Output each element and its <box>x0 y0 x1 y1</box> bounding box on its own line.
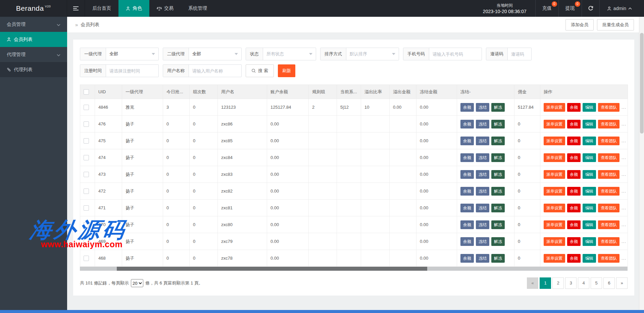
edit-button[interactable]: 编辑 <box>583 137 596 145</box>
view-team-button[interactable]: 查看团队 <box>598 153 620 162</box>
balance-button[interactable]: 余额 <box>567 220 581 229</box>
pagination-page-6[interactable]: 6 <box>603 277 615 289</box>
more-actions[interactable]: ... <box>622 239 626 244</box>
balance-button[interactable]: 余额 <box>460 137 474 145</box>
more-actions[interactable]: ... <box>622 172 626 177</box>
freeze-button[interactable]: 冻结 <box>476 170 489 179</box>
freeze-button[interactable]: 冻结 <box>476 187 489 196</box>
freeze-button[interactable]: 冻结 <box>476 204 489 212</box>
balance-button[interactable]: 余额 <box>567 120 581 128</box>
balance-button[interactable]: 余额 <box>567 237 581 246</box>
freeze-button[interactable]: 冻结 <box>476 103 489 112</box>
edit-button[interactable]: 编辑 <box>583 187 596 196</box>
row-checkbox[interactable] <box>84 155 89 160</box>
view-team-button[interactable]: 查看团队 <box>598 220 620 229</box>
row-checkbox[interactable] <box>84 105 89 110</box>
view-team-button[interactable]: 查看团队 <box>598 170 620 179</box>
unfreeze-button[interactable]: 解冻 <box>491 204 505 212</box>
pagination-page-3[interactable]: 3 <box>565 277 577 289</box>
more-actions[interactable]: ... <box>622 222 626 227</box>
sidebar-item-member-management[interactable]: 会员管理 <box>0 17 67 32</box>
sidebar-item-agent-list[interactable]: 代理列表 <box>0 62 67 77</box>
more-actions[interactable]: ... <box>622 121 626 126</box>
balance-button[interactable]: 余额 <box>460 187 474 196</box>
nav-item-system[interactable]: 系统管理 <box>181 0 214 17</box>
pagination-page-1[interactable]: 1 <box>540 277 551 289</box>
dispatch-settings-button[interactable]: 派单设置 <box>544 137 565 145</box>
more-actions[interactable]: ... <box>622 105 626 110</box>
agent-level1-select[interactable]: 全部 <box>106 48 152 60</box>
view-team-button[interactable]: 查看团队 <box>598 103 620 112</box>
pagination-prev[interactable]: « <box>527 277 538 289</box>
balance-button[interactable]: 余额 <box>460 220 474 229</box>
sidebar-item-member-list[interactable]: 会员列表 <box>0 32 67 47</box>
view-team-button[interactable]: 查看团队 <box>598 254 620 263</box>
more-actions[interactable]: ... <box>622 155 626 160</box>
phone-input[interactable] <box>429 48 482 60</box>
dispatch-settings-button[interactable]: 派单设置 <box>544 254 565 263</box>
select-all-checkbox[interactable] <box>84 89 89 95</box>
view-team-button[interactable]: 查看团队 <box>598 237 620 246</box>
horizontal-scrollbar[interactable] <box>80 267 628 271</box>
register-time-input[interactable] <box>106 65 158 77</box>
edit-button[interactable]: 编辑 <box>583 120 596 128</box>
balance-button[interactable]: 余额 <box>567 254 581 263</box>
row-checkbox[interactable] <box>84 222 89 227</box>
pagination-page-5[interactable]: 5 <box>591 277 602 289</box>
edit-button[interactable]: 编辑 <box>583 220 596 229</box>
dispatch-settings-button[interactable]: 派单设置 <box>544 153 565 162</box>
edit-button[interactable]: 编辑 <box>583 170 596 179</box>
row-checkbox[interactable] <box>84 121 89 127</box>
unfreeze-button[interactable]: 解冻 <box>491 254 505 263</box>
row-checkbox[interactable] <box>84 256 89 261</box>
dispatch-settings-button[interactable]: 派单设置 <box>544 120 565 128</box>
row-checkbox[interactable] <box>84 189 89 194</box>
page-size-select[interactable]: 20 <box>131 279 143 287</box>
pagination-next[interactable]: » <box>616 277 628 289</box>
agent-level2-select[interactable]: 全部 <box>189 48 235 60</box>
edit-button[interactable]: 编辑 <box>583 153 596 162</box>
view-team-button[interactable]: 查看团队 <box>598 204 620 212</box>
refresh-page-button[interactable] <box>582 0 600 17</box>
edit-button[interactable]: 编辑 <box>583 237 596 246</box>
dispatch-settings-button[interactable]: 派单设置 <box>544 237 565 246</box>
freeze-button[interactable]: 冻结 <box>476 137 489 145</box>
pagination-page-4[interactable]: 4 <box>578 277 589 289</box>
view-team-button[interactable]: 查看团队 <box>598 137 620 145</box>
sidebar-item-agent-management[interactable]: 代理管理 <box>0 47 67 62</box>
balance-button[interactable]: 余额 <box>460 204 474 212</box>
unfreeze-button[interactable]: 解冻 <box>491 120 505 128</box>
more-actions[interactable]: ... <box>622 138 626 143</box>
dispatch-settings-button[interactable]: 派单设置 <box>544 170 565 179</box>
view-team-button[interactable]: 查看团队 <box>598 187 620 196</box>
vertical-scrollbar[interactable] <box>639 17 644 310</box>
search-button[interactable]: 搜 索 <box>246 64 274 77</box>
nav-item-dashboard[interactable]: 后台首页 <box>85 0 118 17</box>
freeze-button[interactable]: 冻结 <box>476 220 489 229</box>
balance-button[interactable]: 余额 <box>460 153 474 162</box>
user-menu[interactable]: admin <box>600 0 639 17</box>
dispatch-settings-button[interactable]: 派单设置 <box>544 103 565 112</box>
batch-generate-member-button[interactable]: 批量生成会员 <box>597 19 634 31</box>
username-input[interactable] <box>189 65 241 77</box>
freeze-button[interactable]: 冻结 <box>476 237 489 246</box>
balance-button[interactable]: 余额 <box>567 137 581 145</box>
edit-button[interactable]: 编辑 <box>583 254 596 263</box>
nav-item-role[interactable]: 角色 <box>118 0 149 17</box>
pagination-page-2[interactable]: 2 <box>552 277 564 289</box>
add-member-button[interactable]: 添加会员 <box>565 19 594 31</box>
dispatch-settings-button[interactable]: 派单设置 <box>544 187 565 196</box>
row-checkbox[interactable] <box>84 205 89 211</box>
nav-item-trade[interactable]: 交易 <box>149 0 181 17</box>
balance-button[interactable]: 余额 <box>460 254 474 263</box>
view-team-button[interactable]: 查看团队 <box>598 120 620 128</box>
row-checkbox[interactable] <box>84 138 89 144</box>
row-checkbox[interactable] <box>84 172 89 177</box>
unfreeze-button[interactable]: 解冻 <box>491 237 505 246</box>
row-checkbox[interactable] <box>84 239 89 244</box>
unfreeze-button[interactable]: 解冻 <box>491 103 505 112</box>
more-actions[interactable]: ... <box>622 205 626 210</box>
unfreeze-button[interactable]: 解冻 <box>491 170 505 179</box>
freeze-button[interactable]: 冻结 <box>476 153 489 162</box>
balance-button[interactable]: 余额 <box>567 153 581 162</box>
